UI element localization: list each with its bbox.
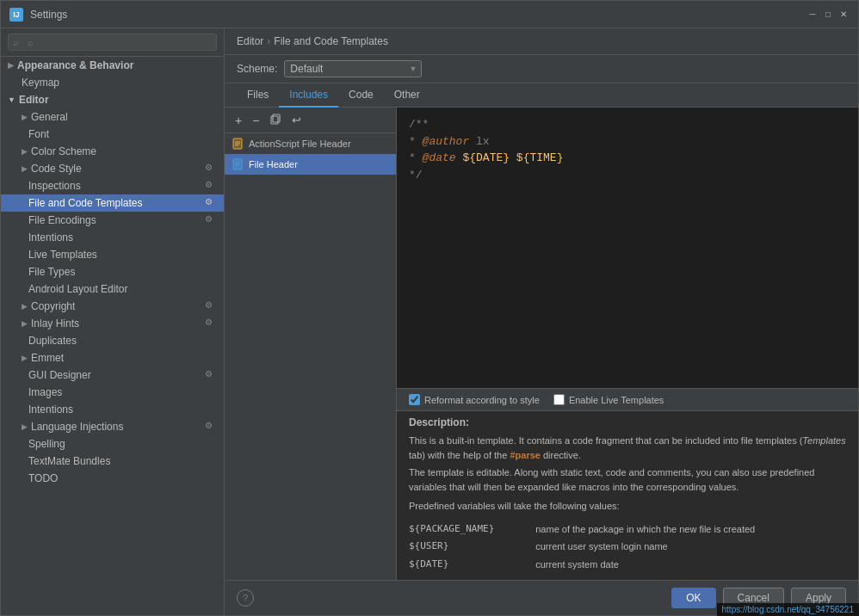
code-line-4: */ — [409, 167, 846, 184]
variable-desc: current system date — [535, 556, 846, 574]
scheme-select-wrapper: Default Project ▼ — [284, 60, 422, 77]
description-text-2: The template is editable. Along with sta… — [409, 465, 846, 494]
sidebar-item-language-injections[interactable]: ▶ Language Injections ⚙ — [1, 418, 224, 435]
arrow-icon: ▶ — [22, 113, 28, 121]
variables-table: ${PACKAGE_NAME} name of the package in w… — [409, 521, 846, 574]
sidebar-item-label: Inspections — [28, 180, 81, 192]
tab-code[interactable]: Code — [338, 83, 384, 108]
search-input[interactable] — [8, 34, 217, 51]
template-item-file-header[interactable]: File Header — [225, 154, 396, 175]
sidebar-item-label: Intentions — [28, 403, 73, 416]
live-templates-checkbox-label[interactable]: Enable Live Templates — [553, 394, 664, 405]
search-box: ⌕ — [1, 28, 224, 57]
right-panel: Editor › File and Code Templates Scheme:… — [225, 28, 858, 615]
sidebar-item-code-style[interactable]: ▶ Code Style ⚙ — [1, 160, 224, 177]
reset-template-button[interactable]: ↩ — [288, 112, 305, 128]
settings-gear-icon: ⚙ — [205, 369, 217, 381]
sidebar-item-file-encodings[interactable]: File Encodings ⚙ — [1, 212, 224, 229]
sidebar-item-android-layout[interactable]: Android Layout Editor — [1, 280, 224, 298]
description-text-3: Predefined variables will take the follo… — [409, 499, 846, 514]
sidebar-item-label: TODO — [28, 472, 58, 484]
live-templates-checkbox[interactable] — [553, 394, 565, 405]
template-item-label: File Header — [249, 159, 298, 169]
sidebar-item-file-types[interactable]: File Types — [1, 263, 224, 280]
sidebar-item-intentions[interactable]: Intentions — [1, 229, 224, 246]
close-button[interactable]: ✕ — [837, 9, 850, 21]
sidebar-item-intentions2[interactable]: Intentions — [1, 401, 224, 418]
window-title: Settings — [30, 9, 806, 21]
add-template-button[interactable]: + — [232, 112, 245, 129]
reformat-checkbox-label[interactable]: Reformat according to style — [409, 394, 540, 405]
sidebar-item-textmate[interactable]: TextMate Bundles — [1, 453, 224, 470]
breadcrumb-current: File and Code Templates — [274, 35, 388, 47]
sidebar-item-label: Emmet — [31, 352, 64, 364]
sidebar-item-general[interactable]: ▶ General — [1, 108, 224, 126]
breadcrumb: Editor › File and Code Templates — [225, 28, 858, 55]
scheme-label: Scheme: — [237, 63, 277, 75]
sidebar-item-emmet[interactable]: ▶ Emmet — [1, 349, 224, 367]
app-icon: IJ — [9, 8, 23, 22]
sidebar-item-label: File and Code Templates — [28, 197, 143, 209]
tab-files[interactable]: Files — [237, 83, 279, 108]
sidebar-item-label: Font — [28, 128, 49, 140]
sidebar-item-color-scheme[interactable]: ▶ Color Scheme — [1, 143, 224, 160]
settings-gear-icon: ⚙ — [205, 180, 217, 192]
sidebar-item-appearance[interactable]: ▶ Appearance & Behavior — [1, 57, 224, 74]
description-section: Description: This is a built-in template… — [397, 410, 858, 580]
search-wrapper: ⌕ — [8, 34, 217, 51]
template-item-actionscript[interactable]: ActionScript File Header — [225, 133, 396, 154]
sidebar-item-todo[interactable]: TODO — [1, 470, 224, 487]
arrow-icon: ▶ — [22, 422, 28, 431]
remove-template-button[interactable]: − — [249, 112, 263, 129]
minimize-button[interactable]: ─ — [806, 9, 819, 21]
tab-includes[interactable]: Includes — [279, 83, 338, 108]
sidebar-item-label: Language Injections — [31, 421, 123, 433]
sidebar-item-label: Copyright — [31, 300, 75, 312]
sidebar-item-gui-designer[interactable]: GUI Designer ⚙ — [1, 367, 224, 384]
sidebar-item-label: Color Scheme — [31, 145, 96, 157]
ok-button[interactable]: OK — [671, 588, 715, 608]
settings-gear-icon: ⚙ — [205, 300, 217, 312]
sidebar-item-font[interactable]: Font — [1, 126, 224, 143]
template-toolbar: + − ↩ — [225, 108, 396, 133]
sidebar-item-label: Code Style — [31, 163, 82, 175]
scheme-select[interactable]: Default Project — [284, 60, 422, 77]
help-button[interactable]: ? — [237, 589, 254, 607]
tab-other[interactable]: Other — [384, 83, 430, 108]
variable-desc: current user system login name — [535, 538, 846, 556]
template-file-icon — [232, 138, 244, 150]
variable-name: ${DATE} — [409, 556, 535, 574]
settings-window: IJ Settings ─ □ ✕ ⌕ ▶ Appearance & Behav… — [0, 0, 859, 616]
description-title: Description: — [397, 411, 858, 430]
description-body: This is a built-in template. It contains… — [397, 430, 858, 580]
sidebar-item-live-templates[interactable]: Live Templates — [1, 246, 224, 263]
variable-desc: name of the package in which the new fil… — [535, 521, 846, 539]
sidebar-item-label: Spelling — [28, 438, 65, 450]
sidebar-item-label: General — [31, 111, 68, 123]
sidebar-item-label: Live Templates — [28, 249, 97, 261]
copy-icon — [269, 113, 281, 125]
code-line-2: * @author lx — [409, 133, 846, 151]
sidebar-item-copyright[interactable]: ▶ Copyright ⚙ — [1, 298, 224, 315]
sidebar-item-inspections[interactable]: Inspections ⚙ — [1, 177, 224, 194]
copy-template-button[interactable] — [266, 111, 285, 129]
template-file-icon — [232, 158, 244, 170]
sidebar-item-duplicates[interactable]: Duplicates — [1, 332, 224, 349]
sidebar-item-file-and-code-templates[interactable]: File and Code Templates ⚙ — [1, 194, 224, 212]
sidebar-item-editor[interactable]: ▼ Editor — [1, 91, 224, 108]
template-list: + − ↩ — [225, 108, 397, 580]
sidebar-item-label: File Types — [28, 266, 75, 278]
reformat-checkbox[interactable] — [409, 394, 420, 405]
sidebar-item-images[interactable]: Images — [1, 384, 224, 401]
settings-gear-icon: ⚙ — [205, 317, 217, 330]
breadcrumb-parent: Editor — [237, 35, 263, 47]
sidebar-item-label: Inlay Hints — [31, 317, 79, 330]
window-controls: ─ □ ✕ — [806, 9, 850, 21]
code-editor[interactable]: /** * @author lx * @date ${DATE} ${TIME}… — [397, 108, 858, 388]
sidebar-item-keymap[interactable]: Keymap — [1, 74, 224, 91]
sidebar-item-spelling[interactable]: Spelling — [1, 435, 224, 453]
tabs-bar: Files Includes Code Other — [225, 83, 858, 108]
maximize-button[interactable]: □ — [822, 9, 834, 21]
sidebar-item-inlay-hints[interactable]: ▶ Inlay Hints ⚙ — [1, 315, 224, 332]
sidebar-item-label: Editor — [19, 94, 49, 106]
